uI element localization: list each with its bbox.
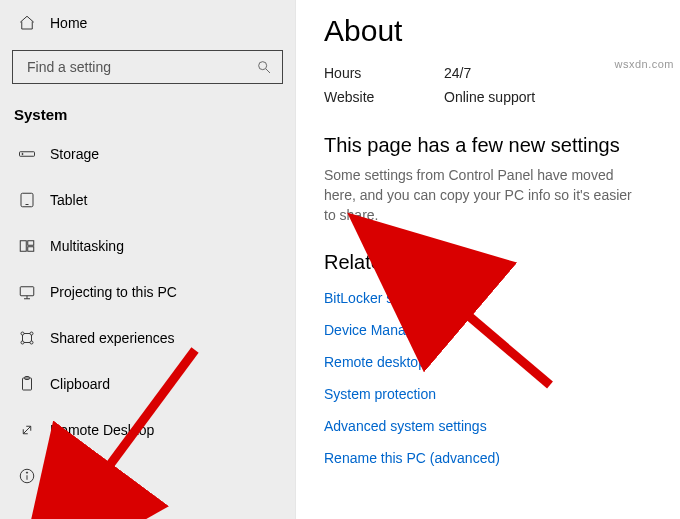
sidebar-item-about[interactable]: About xyxy=(0,453,295,499)
svg-point-12 xyxy=(21,332,24,335)
website-link[interactable]: Online support xyxy=(444,86,535,108)
new-settings-desc: Some settings from Control Panel have mo… xyxy=(324,165,634,225)
sidebar-item-label: Multitasking xyxy=(50,238,124,254)
watermark: wsxdn.com xyxy=(614,58,674,70)
hours-value: 24/7 xyxy=(444,62,471,84)
sidebar-item-label: Remote Desktop xyxy=(50,422,154,438)
storage-icon xyxy=(18,145,36,163)
info-row-website: Website Online support xyxy=(324,86,660,108)
about-icon xyxy=(18,467,36,485)
website-label: Website xyxy=(324,86,444,108)
sidebar: Home System Storage Tablet Multita xyxy=(0,0,296,519)
info-row-hours: Hours 24/7 xyxy=(324,62,660,84)
remote-desktop-icon xyxy=(18,421,36,439)
sidebar-item-label: Projecting to this PC xyxy=(50,284,177,300)
link-system-protection[interactable]: System protection xyxy=(324,386,660,402)
svg-rect-9 xyxy=(20,287,34,296)
multitasking-icon xyxy=(18,237,36,255)
shared-experiences-icon xyxy=(18,329,36,347)
svg-point-20 xyxy=(26,472,27,473)
link-device-manager[interactable]: Device Manager xyxy=(324,322,660,338)
home-nav[interactable]: Home xyxy=(0,8,295,38)
svg-line-1 xyxy=(266,69,270,73)
sidebar-item-label: Shared experiences xyxy=(50,330,175,346)
svg-rect-7 xyxy=(28,241,34,246)
category-title: System xyxy=(0,84,295,131)
sidebar-item-shared-experiences[interactable]: Shared experiences xyxy=(0,315,295,361)
svg-point-0 xyxy=(259,62,267,70)
sidebar-item-projecting[interactable]: Projecting to this PC xyxy=(0,269,295,315)
svg-point-14 xyxy=(21,341,24,344)
link-rename-this-pc[interactable]: Rename this PC (advanced) xyxy=(324,450,660,466)
clipboard-icon xyxy=(18,375,36,393)
main-content: About Hours 24/7 Website Online support … xyxy=(296,0,680,519)
settings-window: Home System Storage Tablet Multita xyxy=(0,0,680,519)
search-input[interactable] xyxy=(25,58,256,76)
sidebar-item-label: Storage xyxy=(50,146,99,162)
related-links-list: BitLocker settings Device Manager Remote… xyxy=(324,290,660,466)
link-bitlocker-settings[interactable]: BitLocker settings xyxy=(324,290,660,306)
sidebar-item-clipboard[interactable]: Clipboard xyxy=(0,361,295,407)
home-label: Home xyxy=(50,15,87,31)
sidebar-item-multitasking[interactable]: Multitasking xyxy=(0,223,295,269)
search-icon xyxy=(256,59,272,75)
home-icon xyxy=(18,14,36,32)
svg-point-15 xyxy=(30,341,33,344)
svg-rect-6 xyxy=(20,241,26,252)
svg-rect-8 xyxy=(28,247,34,252)
search-box[interactable] xyxy=(12,50,283,84)
svg-point-3 xyxy=(22,153,23,154)
sidebar-item-label: Tablet xyxy=(50,192,87,208)
sidebar-item-label: Clipboard xyxy=(50,376,110,392)
sidebar-item-remote-desktop[interactable]: Remote Desktop xyxy=(0,407,295,453)
tablet-icon xyxy=(18,191,36,209)
sidebar-item-storage[interactable]: Storage xyxy=(0,131,295,177)
new-settings-heading: This page has a few new settings xyxy=(324,134,660,157)
page-title: About xyxy=(324,14,660,48)
link-remote-desktop[interactable]: Remote desktop xyxy=(324,354,660,370)
sidebar-item-tablet[interactable]: Tablet xyxy=(0,177,295,223)
hours-label: Hours xyxy=(324,62,444,84)
projecting-icon xyxy=(18,283,36,301)
link-advanced-system-settings[interactable]: Advanced system settings xyxy=(324,418,660,434)
sidebar-item-label: About xyxy=(50,468,87,484)
svg-point-13 xyxy=(30,332,33,335)
related-settings-heading: Related settings xyxy=(324,251,660,274)
